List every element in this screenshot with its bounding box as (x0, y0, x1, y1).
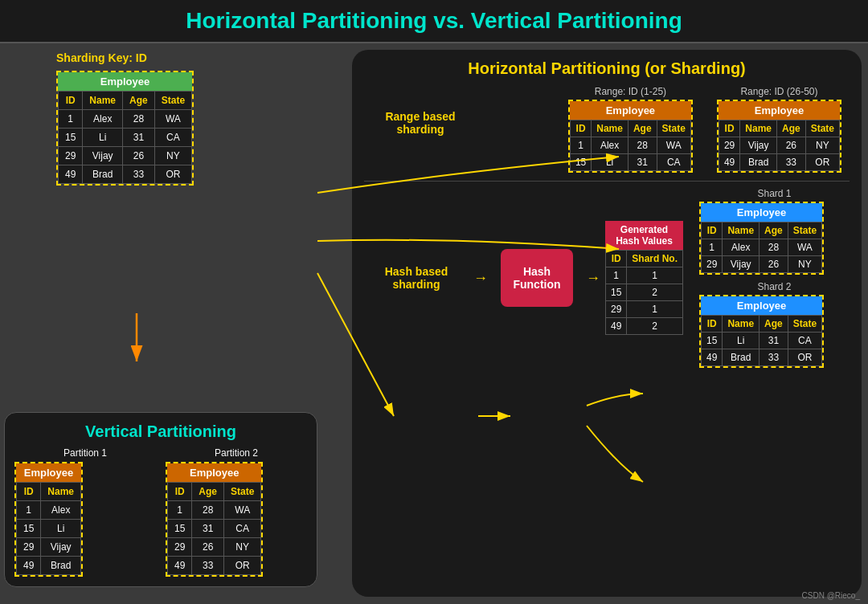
table-cell: OR (788, 349, 821, 366)
table-cell: 15 (570, 154, 591, 171)
hs2-col-age: Age (760, 316, 788, 333)
table-cell: 29 (59, 147, 83, 165)
table-row: 1Alex28WA (702, 239, 822, 256)
table-cell: 49 (168, 557, 192, 575)
table-cell: 29 (702, 256, 723, 273)
source-table-header: Employee (58, 72, 192, 91)
table-cell: Li (41, 520, 81, 538)
table-row: 49Brad33OR (59, 165, 192, 184)
table-row: 15Li31CA (59, 129, 192, 147)
vp-partition-1-label: Partition 1 (14, 447, 156, 459)
hash-shard-2-label: Shard 2 (699, 281, 850, 292)
table-cell: NY (224, 538, 261, 557)
table-cell: Li (592, 154, 628, 171)
hash-sharding-label: Hash based sharding (364, 265, 469, 291)
table-cell: 1 (570, 137, 591, 154)
hash-shard-2: Shard 2 Employee ID Name Age State 1 (699, 281, 850, 368)
table-cell: Vijay (41, 538, 81, 557)
vp-table-1: ID Name 1Alex15Li29Vijay49Brad (16, 482, 81, 575)
table-cell: 29 (17, 538, 41, 557)
table-row: 29Vijay (17, 538, 81, 557)
table-row: 492 (606, 318, 683, 335)
table-row: 1Alex (17, 501, 81, 520)
vp2-col-state: State (224, 483, 261, 501)
table-cell: 29 (606, 301, 627, 318)
hash-section: Hash based sharding → Hash Function → Ge… (364, 188, 850, 368)
left-side: Sharding Key: ID Employee ID Name Age St… (0, 43, 346, 603)
arrow-hash-to-table: → (585, 270, 601, 287)
rs2-col-id: ID (719, 120, 739, 137)
table-cell: 1 (168, 501, 192, 520)
table-cell: 33 (776, 154, 805, 171)
table-row: 11 (606, 267, 683, 284)
range-shard-2: Range: ID (26-50) Employee ID Name Age S… (717, 86, 841, 173)
table-cell: Alex (592, 137, 628, 154)
table-cell: 2 (627, 318, 683, 335)
table-cell: 2 (627, 284, 683, 301)
table-cell: 15 (168, 520, 192, 538)
vp-table-1-header: Employee (16, 463, 81, 482)
rs1-col-name: Name (592, 120, 628, 137)
rs2-col-state: State (805, 120, 839, 137)
table-cell: Vijay (83, 147, 123, 165)
table-row: 15Li31CA (702, 333, 822, 349)
table-cell: 1 (17, 501, 41, 520)
table-cell: 26 (123, 147, 155, 165)
hash-shard-2-header: Employee (701, 296, 822, 315)
section-divider (364, 181, 850, 182)
title-bar: Horizontal Partitioning vs. Vertical Par… (0, 0, 868, 43)
table-row: 4933OR (168, 557, 261, 575)
hs1-col-state: State (788, 222, 821, 239)
table-row: 152 (606, 284, 683, 301)
table-cell: 15 (702, 333, 723, 349)
vp1-col-id: ID (17, 483, 41, 501)
vp-partitions: Partition 1 Employee ID Name 1Alex15Li29… (14, 447, 307, 577)
vp-partition-2: Partition 2 Employee ID Age State (166, 447, 307, 577)
hash-shard-1-label: Shard 1 (699, 188, 850, 199)
table-cell: Alex (41, 501, 81, 520)
hs1-col-age: Age (760, 222, 788, 239)
table-row: 29Vijay26NY (59, 147, 192, 165)
table-cell: Li (723, 333, 760, 349)
hash-function-label: Hash Function (513, 265, 560, 291)
table-cell: 26 (192, 538, 224, 557)
gh-col-id: ID (606, 251, 627, 267)
table-cell: 28 (192, 501, 224, 520)
col-id: ID (59, 92, 83, 110)
range-shard-1-header: Employee (570, 101, 691, 120)
table-cell: 49 (719, 154, 739, 171)
table-cell: Alex (723, 239, 760, 256)
hs1-col-name: Name (723, 222, 760, 239)
hash-shard-2-table: ID Name Age State 15Li31CA49Brad33OR (701, 315, 822, 366)
table-row: 1531CA (168, 520, 261, 538)
table-cell: CA (788, 333, 821, 349)
table-row: 29Vijay26NY (702, 256, 822, 273)
table-cell: 31 (123, 129, 155, 147)
table-row: 1Alex28WA (59, 110, 192, 129)
hp-title: Horizontal Partitioning (or Sharding) (364, 59, 850, 78)
hash-shard-2-wrapper: Employee ID Name Age State 15Li31CA49Bra… (699, 295, 824, 368)
vp2-col-age: Age (192, 483, 224, 501)
table-cell: OR (154, 165, 191, 184)
table-cell: WA (788, 239, 821, 256)
table-cell: 1 (606, 267, 627, 284)
range-shard-2-table: ID Name Age State 29Vijay26NY49Brad33OR (719, 120, 840, 171)
table-cell: 28 (628, 137, 657, 154)
table-cell: 26 (776, 137, 805, 154)
arrow-to-hash: → (473, 270, 489, 287)
rs2-col-age: Age (776, 120, 805, 137)
vp-table-2-wrapper: Employee ID Age State 128WA1531CA2926NY4… (166, 462, 263, 577)
range-shard-1-table: ID Name Age State 1Alex28WA15Li31CA (570, 120, 691, 171)
table-row: 291 (606, 301, 683, 318)
table-cell: 33 (760, 349, 788, 366)
range-tables: Range: ID (1-25) Employee ID Name Age St… (477, 86, 850, 173)
table-cell: CA (154, 129, 191, 147)
vertical-partition-box: Vertical Partitioning Partition 1 Employ… (4, 412, 317, 587)
right-side: Horizontal Partitioning (or Sharding) Ra… (346, 43, 868, 603)
hp-box: Horizontal Partitioning (or Sharding) Ra… (352, 50, 862, 597)
range-shard-1: Range: ID (1-25) Employee ID Name Age St… (568, 86, 693, 173)
source-table: ID Name Age State 1Alex28WA15Li31CA29Vij… (58, 91, 192, 184)
hash-shard-1-table: ID Name Age State 1Alex28WA29Vijay26NY (701, 222, 822, 273)
table-cell: Li (83, 129, 123, 147)
rs1-col-age: Age (628, 120, 657, 137)
